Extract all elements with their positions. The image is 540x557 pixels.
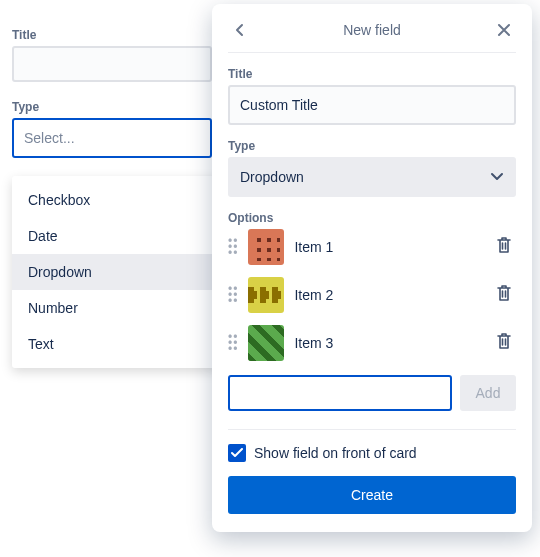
title-input[interactable] (228, 85, 516, 125)
panel-title: New field (343, 22, 401, 38)
check-icon (231, 448, 243, 458)
title-field-label: Title (228, 67, 516, 81)
title-label: Title (12, 28, 212, 42)
new-field-panel: New field Title Type Dropdown Options ••… (212, 4, 532, 532)
checkbox-label: Show field on front of card (254, 445, 417, 461)
option-row: ••••••Item 3 (228, 325, 516, 361)
type-label: Type (12, 100, 212, 114)
option-label: Item 3 (294, 335, 486, 351)
option-row: ••••••Item 1 (228, 229, 516, 265)
dropdown-item-checkbox[interactable]: Checkbox (12, 182, 220, 218)
dropdown-item-date[interactable]: Date (12, 218, 220, 254)
close-button[interactable] (492, 18, 516, 42)
type-select-value: Dropdown (240, 169, 304, 185)
delete-option-button[interactable] (496, 284, 516, 306)
drag-handle-icon[interactable]: •••••• (228, 287, 238, 303)
drag-handle-icon[interactable]: •••••• (228, 239, 238, 255)
type-dropdown-list: CheckboxDateDropdownNumberText (12, 176, 220, 368)
back-button[interactable] (228, 18, 252, 42)
delete-option-button[interactable] (496, 332, 516, 354)
type-select-box[interactable]: Select... (12, 118, 212, 158)
color-swatch[interactable] (248, 325, 284, 361)
title-input-empty[interactable] (12, 46, 212, 82)
option-label: Item 2 (294, 287, 486, 303)
option-row: ••••••Item 2 (228, 277, 516, 313)
dropdown-item-text[interactable]: Text (12, 326, 220, 362)
color-swatch[interactable] (248, 229, 284, 265)
option-label: Item 1 (294, 239, 486, 255)
drag-handle-icon[interactable]: •••••• (228, 335, 238, 351)
delete-option-button[interactable] (496, 236, 516, 258)
add-option-button[interactable]: Add (460, 375, 516, 411)
dropdown-item-dropdown[interactable]: Dropdown (12, 254, 220, 290)
chevron-down-icon (490, 169, 504, 185)
color-swatch[interactable] (248, 277, 284, 313)
close-icon (497, 23, 511, 37)
divider (228, 429, 516, 430)
options-label: Options (228, 211, 516, 225)
dropdown-item-number[interactable]: Number (12, 290, 220, 326)
type-select[interactable]: Dropdown (228, 157, 516, 197)
type-field-label: Type (228, 139, 516, 153)
show-on-front-checkbox[interactable] (228, 444, 246, 462)
add-option-input[interactable] (228, 375, 452, 411)
chevron-left-icon (235, 23, 245, 37)
create-button[interactable]: Create (228, 476, 516, 514)
